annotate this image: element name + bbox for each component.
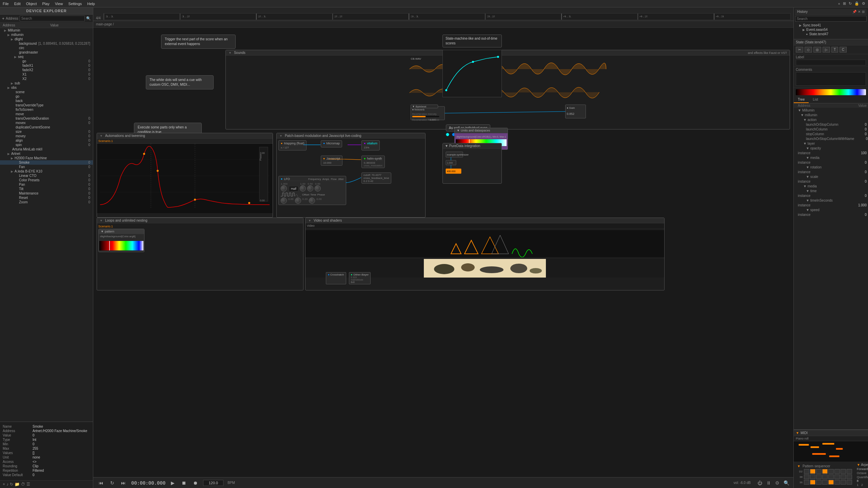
device-tree-item[interactable]: ▶ obs: [0, 85, 93, 90]
prop-tree-item[interactable]: ▼ action: [794, 118, 868, 122]
device-tree-item[interactable]: ▶ millumin: [0, 33, 93, 37]
device-tree-item[interactable]: duplicateCurrentScene: [0, 125, 93, 129]
pattern-cell[interactable]: [822, 474, 828, 479]
pattern-cell[interactable]: [847, 480, 852, 485]
device-tree-item[interactable]: movey 0: [0, 134, 93, 138]
add-address-button[interactable]: +: [2, 16, 4, 21]
pattern-cell[interactable]: [816, 480, 822, 485]
bpm-input[interactable]: [203, 480, 223, 486]
device-tree-item[interactable]: ▶ Artnet: [0, 151, 93, 156]
lfo-time-knob[interactable]: [295, 198, 301, 204]
prop-tree-item[interactable]: instance 0: [794, 194, 868, 198]
device-tree-item[interactable]: Smoke 0: [0, 160, 93, 165]
pattern-cell[interactable]: [822, 480, 828, 485]
history-pin-icon[interactable]: 📌: [852, 10, 856, 14]
bottom-icon-history[interactable]: ⏱: [21, 482, 25, 487]
pattern-cell[interactable]: [841, 480, 846, 485]
device-tree-item[interactable]: fadeX1 0: [0, 63, 93, 68]
menu-help[interactable]: Help: [87, 2, 95, 6]
device-tree-item[interactable]: back: [0, 99, 93, 103]
device-tree-item[interactable]: Tilt 0: [0, 187, 93, 191]
lfo-ampl-knob[interactable]: [300, 185, 306, 191]
prop-tree-item[interactable]: instance 0: [794, 160, 868, 165]
transport-loop-button[interactable]: ↻: [109, 480, 116, 486]
menu-play[interactable]: Play: [42, 2, 50, 6]
pattern-cell[interactable]: [810, 469, 815, 474]
toolbar-icon-grid[interactable]: ⊞: [843, 1, 846, 6]
device-tree-item[interactable]: ▶ seq: [0, 55, 93, 59]
device-tree-item[interactable]: Fan 0: [0, 165, 93, 169]
prop-tree-item[interactable]: launchColumn 0: [794, 127, 868, 132]
lfo-flow-knob[interactable]: [307, 185, 313, 191]
pattern-cell[interactable]: [847, 469, 852, 474]
device-tree-item[interactable]: Zoom 0: [0, 200, 93, 204]
label-input[interactable]: [796, 60, 866, 65]
state-tool-diamond[interactable]: ◇: [805, 47, 812, 53]
lfo-offset-knob[interactable]: [281, 198, 287, 204]
history-search-input[interactable]: [795, 16, 867, 22]
device-tree-item[interactable]: grandmaster: [0, 50, 93, 55]
pattern-cell[interactable]: [828, 469, 834, 474]
pattern-cell[interactable]: [841, 469, 846, 474]
device-tree-item[interactable]: spin 0: [0, 143, 93, 147]
prop-tree-item[interactable]: instance 100: [794, 151, 868, 156]
device-tree-item[interactable]: transOverrideDuration 0: [0, 116, 93, 121]
device-tree-item[interactable]: X2 0: [0, 77, 93, 81]
device-tree-item[interactable]: align 0: [0, 138, 93, 143]
device-tree-item[interactable]: X1 0: [0, 72, 93, 77]
pattern-cell[interactable]: [804, 480, 809, 485]
device-tree-item[interactable]: ▶ sub: [0, 81, 93, 85]
bottom-icon-music[interactable]: ♪: [6, 482, 8, 487]
toolbar-icon-settings2[interactable]: ⚙: [862, 1, 865, 6]
pattern-cell[interactable]: [810, 480, 815, 485]
pattern-cell[interactable]: [834, 469, 840, 474]
pattern-cell[interactable]: [834, 474, 840, 479]
prop-tree-item[interactable]: ▼ timeInSeconds: [794, 198, 868, 203]
prop-tree-item[interactable]: Address Value: [794, 103, 868, 108]
prop-tree-item[interactable]: ▼ media: [794, 184, 868, 189]
device-tree-item[interactable]: fadeX2 0: [0, 68, 93, 72]
toolbar-icon-lock[interactable]: 🔒: [854, 1, 859, 6]
device-tree-item[interactable]: size 0: [0, 129, 93, 134]
transport-prev-button[interactable]: ⏮: [97, 480, 105, 486]
pattern-cell[interactable]: [822, 469, 828, 474]
device-tree-item[interactable]: ▶ Millumin: [0, 28, 93, 33]
settings-icon[interactable]: ⚙: [775, 480, 780, 486]
prop-tree-item[interactable]: stopColumn 0: [794, 132, 868, 137]
device-tree-item[interactable]: scene: [0, 90, 93, 94]
history-expand-icon[interactable]: ⊞: [862, 10, 865, 14]
device-tree-item[interactable]: Color Presets 0: [0, 178, 93, 182]
pattern-cell[interactable]: [828, 474, 834, 479]
prop-tree-item[interactable]: launchOrStopColumn 0: [794, 122, 868, 127]
device-tree-item[interactable]: Reset 0: [0, 196, 93, 200]
device-tree-item[interactable]: transOverrideType: [0, 103, 93, 107]
prop-tree-item[interactable]: ▼ scale: [794, 175, 868, 179]
device-tree-item[interactable]: go 0: [0, 59, 93, 63]
pattern-cell[interactable]: [816, 469, 822, 474]
history-tree-item[interactable]: ▶ Event.swan54: [796, 27, 865, 32]
device-tree-item[interactable]: circ: [0, 46, 93, 50]
pattern-cell[interactable]: [804, 469, 809, 474]
device-tree-item[interactable]: ▶ H2000 Faze Machine: [0, 156, 93, 160]
transport-play-button[interactable]: ▶: [170, 480, 176, 486]
device-tree-item[interactable]: Linear CTO 0: [0, 174, 93, 178]
pause-icon[interactable]: ⏸: [766, 480, 771, 486]
device-tree-item[interactable]: fixToScreen: [0, 107, 93, 112]
prop-tree-item[interactable]: instance 0: [794, 212, 868, 217]
prop-tree-item[interactable]: ▼ speed: [794, 208, 868, 212]
history-close-icon[interactable]: ✕: [858, 10, 861, 14]
history-tree-item[interactable]: ● State.tend47: [796, 32, 865, 36]
device-tree-item[interactable]: Arturia MiniLab mkII: [0, 147, 93, 151]
pattern-cell[interactable]: [847, 474, 852, 479]
bottom-icon-loop[interactable]: ↻: [10, 482, 13, 487]
device-tree-item[interactable]: ▶ dlight: [0, 37, 93, 41]
pattern-cell[interactable]: [841, 474, 846, 479]
prop-tree-item[interactable]: ▼ rotation: [794, 165, 868, 170]
menu-settings[interactable]: Settings: [68, 2, 82, 6]
score-canvas[interactable]: Trigger the next part of the score when …: [93, 28, 793, 477]
device-tree-item[interactable]: ▶ A.leda B-EYE K10: [0, 169, 93, 174]
menu-view[interactable]: View: [55, 2, 63, 6]
state-tool-cut[interactable]: ✂: [796, 47, 803, 53]
bottom-icon-list[interactable]: ☰: [26, 482, 30, 487]
search-icon[interactable]: 🔍: [86, 16, 91, 21]
